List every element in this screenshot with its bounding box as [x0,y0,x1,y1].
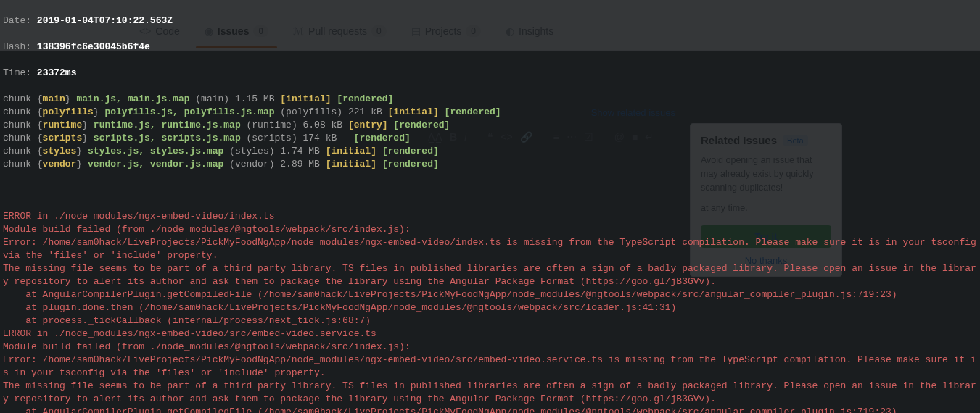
build-date: Date: 2019-01-04T07:10:22.563Z [3,14,977,28]
chunk-line: chunk {scripts} scripts.js, scripts.js.m… [3,132,977,145]
chunk-line: chunk {polyfills} polyfills.js, polyfill… [3,106,977,119]
compile-errors: ERROR in ./node_modules/ngx-embed-video/… [3,210,977,413]
terminal-output: Date: 2019-01-04T07:10:22.563Z Hash: 138… [0,0,980,413]
build-time: Time: 23372ms [3,67,977,80]
chunk-line: chunk {styles} styles.js, styles.js.map … [3,145,977,158]
chunk-line: chunk {runtime} runtime.js, runtime.js.m… [3,119,977,132]
chunk-line: chunk {vendor} vendor.js, vendor.js.map … [3,158,977,171]
build-hash: Hash: 138396fc6e30045b6f4e [3,41,977,54]
webpack-chunks: chunk {main} main.js, main.js.map (main)… [3,93,977,171]
chunk-line: chunk {main} main.js, main.js.map (main)… [3,93,977,106]
